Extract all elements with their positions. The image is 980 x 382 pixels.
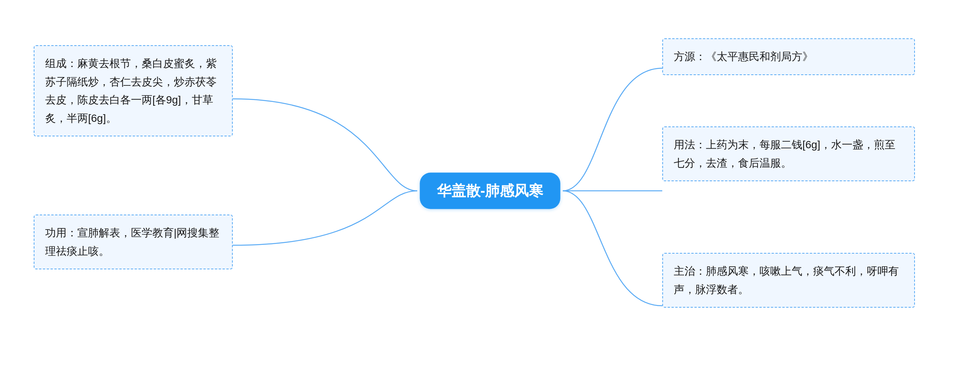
line-composition xyxy=(233,99,417,191)
line-source xyxy=(563,68,662,191)
function-box: 功用：宣肺解表，医学教育|网搜集整理祛痰止咳。 xyxy=(34,215,233,269)
line-function xyxy=(233,191,417,245)
usage-text: 用法：上药为末，每服二钱[6g]，水一盏，煎至七分，去渣，食后温服。 xyxy=(674,139,895,169)
source-text: 方源：《太平惠民和剂局方》 xyxy=(674,51,813,62)
indication-box: 主治：肺感风寒，咳嗽上气，痰气不利，呀呷有声，脉浮数者。 xyxy=(662,253,915,308)
composition-text: 组成：麻黄去根节，桑白皮蜜炙，紫苏子隔纸炒，杏仁去皮尖，炒赤茯苓去皮，陈皮去白各… xyxy=(45,57,217,124)
center-node: 华盖散-肺感风寒 xyxy=(420,173,560,209)
composition-box: 组成：麻黄去根节，桑白皮蜜炙，紫苏子隔纸炒，杏仁去皮尖，炒赤茯苓去皮，陈皮去白各… xyxy=(34,45,233,136)
function-text: 功用：宣肺解表，医学教育|网搜集整理祛痰止咳。 xyxy=(45,227,219,257)
usage-box: 用法：上药为末，每服二钱[6g]，水一盏，煎至七分，去渣，食后温服。 xyxy=(662,126,915,181)
indication-text: 主治：肺感风寒，咳嗽上气，痰气不利，呀呷有声，脉浮数者。 xyxy=(674,265,899,295)
source-box: 方源：《太平惠民和剂局方》 xyxy=(662,38,915,75)
mind-map-canvas: 华盖散-肺感风寒 组成：麻黄去根节，桑白皮蜜炙，紫苏子隔纸炒，杏仁去皮尖，炒赤茯… xyxy=(0,0,980,382)
line-indication xyxy=(563,191,662,306)
